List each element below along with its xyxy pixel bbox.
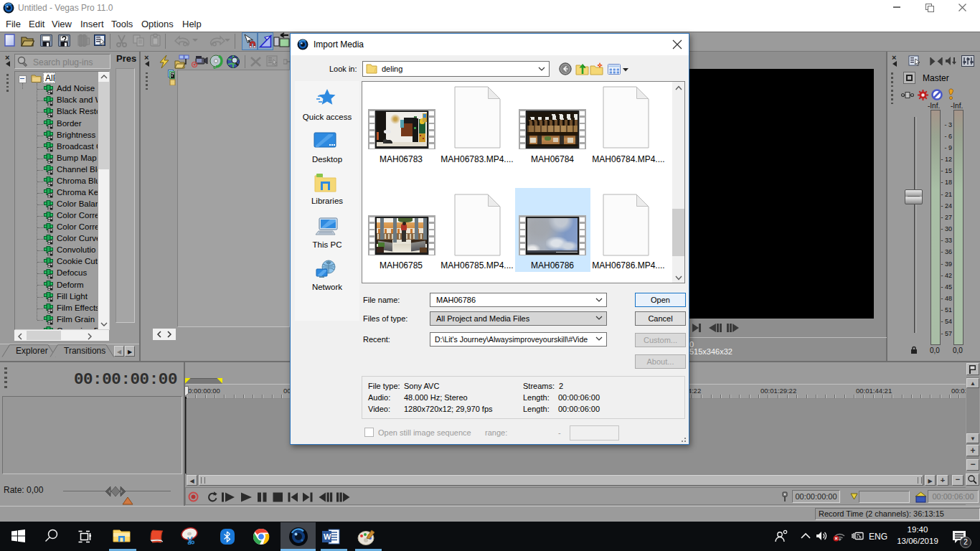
- svg-text:W: W: [324, 532, 331, 541]
